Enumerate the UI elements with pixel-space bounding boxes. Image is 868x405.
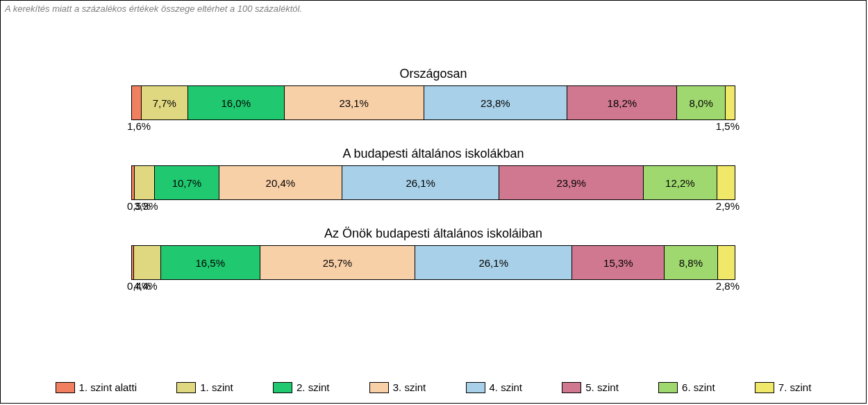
stacked-bar: 16,5%25,7%26,1%15,3%8,8% <box>131 245 735 280</box>
legend: 1. szint alatti1. szint2. szint3. szint4… <box>35 381 831 393</box>
chart-frame: A kerekítés miatt a százalékos értékek ö… <box>0 0 867 404</box>
chart-row: Az Önök budapesti általános iskoláiban0,… <box>1 226 866 280</box>
bar-wrap: 0,4%4,4%2,8%16,5%25,7%26,1%15,3%8,8% <box>131 245 735 280</box>
bar-segment: 26,1% <box>415 246 573 279</box>
rounding-note: A kerekítés miatt a százalékos értékek ö… <box>1 1 866 17</box>
legend-swatch <box>176 382 196 393</box>
external-label: 4,4% <box>133 280 157 292</box>
stacked-bar: 7,7%16,0%23,1%23,8%18,2%8,0% <box>131 85 735 120</box>
bar-segment: 20,4% <box>219 166 342 199</box>
external-label: 3,3% <box>134 200 158 212</box>
bar-segment: 8,8% <box>665 246 717 279</box>
legend-label: 1. szint <box>200 381 233 393</box>
legend-item: 1. szint alatti <box>56 381 137 393</box>
bar-segment <box>718 246 735 279</box>
legend-swatch <box>273 382 292 393</box>
legend-label: 6. szint <box>682 381 715 393</box>
row-title: A budapesti általános iskolákban <box>1 147 866 161</box>
bar-segment: 15,3% <box>572 246 665 279</box>
bar-segment: 16,5% <box>161 246 260 279</box>
row-title: Az Önök budapesti általános iskoláiban <box>1 226 866 241</box>
external-label: 2,8% <box>716 280 740 292</box>
bar-segment: 8,0% <box>677 86 726 119</box>
bar-segment <box>135 166 155 199</box>
chart-row: Országosan1,6%1,5%7,7%16,0%23,1%23,8%18,… <box>1 67 866 120</box>
legend-item: 5. szint <box>562 381 619 393</box>
external-label: 1,6% <box>127 120 151 132</box>
legend-item: 1. szint <box>176 381 233 393</box>
legend-label: 2. szint <box>297 381 330 393</box>
bar-wrap: 1,6%1,5%7,7%16,0%23,1%23,8%18,2%8,0% <box>131 85 735 120</box>
bar-segment: 7,7% <box>142 86 188 119</box>
row-title: Országosan <box>1 67 866 81</box>
bar-segment <box>717 166 735 199</box>
legend-swatch <box>56 382 75 393</box>
bar-segment <box>134 246 160 279</box>
legend-item: 2. szint <box>273 381 330 393</box>
legend-label: 4. szint <box>490 381 523 393</box>
legend-label: 1. szint alatti <box>79 381 137 393</box>
legend-swatch <box>658 382 678 393</box>
legend-swatch <box>369 382 389 393</box>
external-label: 1,5% <box>716 120 740 132</box>
chart-row: A budapesti általános iskolákban0,5%3,3%… <box>1 147 866 200</box>
bar-segment <box>132 86 142 119</box>
bar-segment: 23,8% <box>424 86 568 119</box>
legend-swatch <box>755 382 774 393</box>
bar-segment: 12,2% <box>644 166 717 199</box>
legend-swatch <box>466 382 485 393</box>
bar-segment: 26,1% <box>342 166 500 199</box>
bar-segment: 25,7% <box>260 246 415 279</box>
bar-wrap: 0,5%3,3%2,9%10,7%20,4%26,1%23,9%12,2% <box>131 165 735 200</box>
legend-item: 7. szint <box>755 381 812 393</box>
legend-label: 7. szint <box>778 381 812 393</box>
legend-label: 5. szint <box>585 381 619 393</box>
bar-segment <box>726 86 735 119</box>
bar-segment: 23,9% <box>499 166 643 199</box>
legend-label: 3. szint <box>393 381 426 393</box>
external-label: 2,9% <box>716 200 740 212</box>
chart-rows: Országosan1,6%1,5%7,7%16,0%23,1%23,8%18,… <box>1 67 866 306</box>
bar-segment: 23,1% <box>285 86 424 119</box>
legend-item: 3. szint <box>369 381 426 393</box>
legend-swatch <box>562 382 581 393</box>
bar-segment: 18,2% <box>567 86 677 119</box>
legend-item: 6. szint <box>658 381 715 393</box>
bar-segment: 16,0% <box>188 86 285 119</box>
stacked-bar: 10,7%20,4%26,1%23,9%12,2% <box>131 165 735 200</box>
legend-item: 4. szint <box>466 381 523 393</box>
bar-segment: 10,7% <box>155 166 219 199</box>
